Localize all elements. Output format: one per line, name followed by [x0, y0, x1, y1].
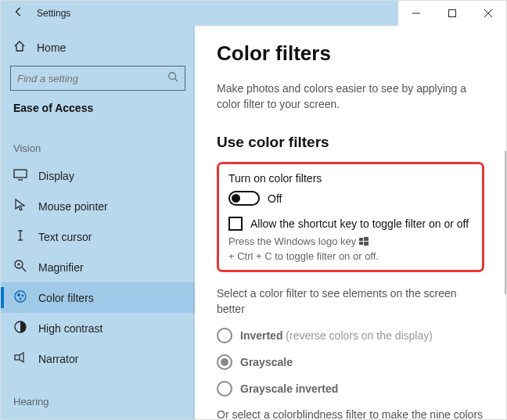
color-filters-icon — [13, 289, 27, 306]
sidebar-item-label: Display — [38, 170, 74, 182]
sidebar-item-high-contrast[interactable]: High contrast — [1, 313, 195, 343]
close-button[interactable] — [470, 1, 506, 26]
svg-rect-23 — [359, 242, 363, 245]
svg-rect-22 — [364, 237, 369, 241]
sidebar-item-color-filters[interactable]: Color filters — [1, 282, 195, 313]
sidebar-item-label: Color filters — [38, 292, 94, 304]
cursor-icon — [13, 198, 27, 214]
shortcut-checkbox[interactable] — [228, 217, 243, 231]
sidebar-item-label: High contrast — [38, 322, 102, 335]
page-lead: Make photos and colors easier to see by … — [217, 81, 484, 112]
sidebar-item-mouse-pointer[interactable]: Mouse pointer — [1, 191, 195, 221]
svg-point-16 — [17, 293, 20, 296]
scrollbar[interactable] — [505, 151, 506, 294]
sidebar-item-label: Magnifier — [38, 261, 84, 274]
back-icon[interactable] — [13, 6, 24, 20]
svg-point-4 — [169, 73, 176, 80]
svg-rect-24 — [364, 242, 369, 246]
group-vision: Vision — [1, 120, 195, 160]
search-field[interactable] — [17, 73, 167, 84]
sidebar-item-display[interactable]: Display — [1, 160, 195, 191]
titlebar: Settings — [1, 1, 506, 26]
maximize-button[interactable] — [434, 1, 470, 26]
magnifier-icon — [13, 259, 27, 275]
sidebar-item-text-cursor[interactable]: Text cursor — [1, 221, 195, 252]
search-icon — [167, 71, 178, 85]
shortcut-description: Press the Windows logo key + Ctrl + C to… — [228, 235, 473, 262]
svg-line-5 — [175, 79, 178, 82]
sidebar-item-home[interactable]: Home — [1, 35, 195, 59]
sidebar-item-label: Text cursor — [38, 231, 92, 243]
instruction-2: Or select a colorblindness filter to mak… — [217, 407, 484, 419]
svg-point-15 — [15, 291, 26, 302]
sub-heading: Use color filters — [217, 134, 484, 151]
shortcut-label: Allow the shortcut key to toggle filter … — [250, 217, 469, 230]
svg-rect-21 — [359, 238, 363, 241]
sidebar-item-magnifier[interactable]: Magnifier — [1, 252, 195, 282]
svg-line-12 — [22, 267, 26, 271]
sidebar-item-label: Mouse pointer — [38, 200, 108, 213]
display-icon — [13, 167, 27, 184]
color-filters-toggle[interactable] — [228, 191, 260, 206]
text-cursor-icon — [13, 228, 27, 245]
narrator-icon — [13, 350, 27, 367]
content: Color filters Make photos and colors eas… — [195, 26, 506, 419]
toggle-state: Off — [268, 192, 282, 205]
svg-rect-20 — [15, 355, 20, 360]
radio-grayscale[interactable]: Grayscale — [217, 354, 484, 370]
current-section: Ease of Access — [1, 102, 195, 120]
radio-inverted[interactable]: Inverted (reverse colors on the display) — [217, 328, 484, 343]
svg-rect-6 — [14, 170, 27, 178]
window-title: Settings — [37, 8, 70, 19]
search-input[interactable] — [10, 66, 185, 91]
sidebar-item-narrator[interactable]: Narrator — [1, 343, 195, 374]
sidebar-item-label: Narrator — [38, 353, 78, 365]
svg-point-17 — [22, 295, 24, 297]
page-title: Color filters — [217, 41, 484, 66]
svg-rect-1 — [449, 10, 456, 17]
minimize-button[interactable] — [398, 1, 434, 26]
highlight-region: Turn on color filters Off Allow the shor… — [217, 162, 484, 272]
sidebar: Home Ease of Access Vision Display Mouse… — [1, 26, 195, 419]
home-icon — [13, 40, 26, 55]
radio-grayscale-inverted[interactable]: Grayscale inverted — [217, 381, 484, 397]
high-contrast-icon — [13, 320, 27, 336]
group-hearing: Hearing — [1, 374, 195, 414]
svg-point-18 — [20, 298, 22, 300]
home-label: Home — [37, 41, 66, 54]
instruction-1: Select a color filter to see elements on… — [217, 286, 484, 317]
toggle-label: Turn on color filters — [228, 172, 473, 185]
windows-key-icon — [359, 237, 369, 246]
